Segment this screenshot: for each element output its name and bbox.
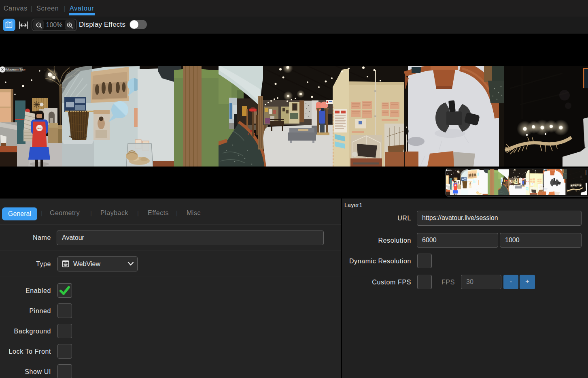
svg-text:MAI: MAI xyxy=(37,127,42,130)
svg-text:Museum Tour: Museum Tour xyxy=(6,68,26,71)
